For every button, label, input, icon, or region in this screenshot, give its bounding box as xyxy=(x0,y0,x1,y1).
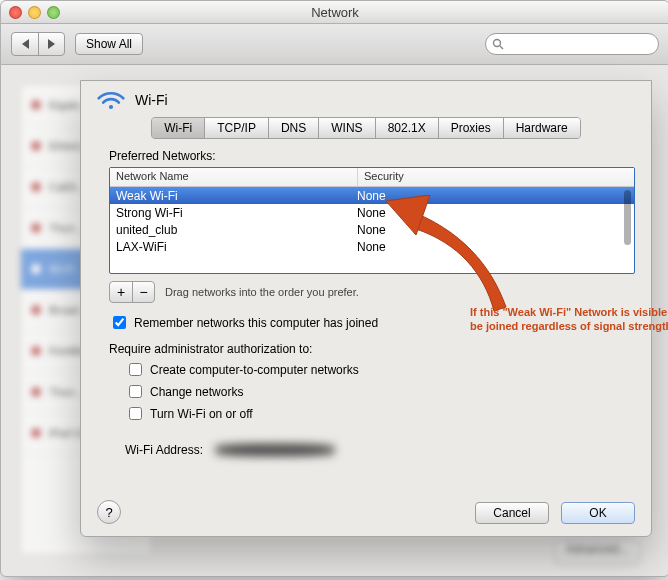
search-icon xyxy=(492,38,504,50)
wifi-icon xyxy=(97,89,125,111)
sheet-title: Wi-Fi xyxy=(135,92,168,108)
table-row[interactable]: Weak Wi-FiNone xyxy=(110,187,634,204)
require-auth-label: Require administrator authorization to: xyxy=(109,342,635,356)
advanced-button: Advanced... xyxy=(555,541,640,565)
svg-point-2 xyxy=(109,105,113,109)
nav-back-forward xyxy=(11,32,65,56)
table-body[interactable]: Weak Wi-FiNoneStrong Wi-FiNoneunited_clu… xyxy=(110,187,634,272)
add-network-button[interactable]: + xyxy=(110,282,132,302)
column-security[interactable]: Security xyxy=(358,168,634,186)
preferred-networks-table[interactable]: Network Name Security Weak Wi-FiNoneStro… xyxy=(109,167,635,274)
tab-dns[interactable]: DNS xyxy=(268,118,318,138)
cell-network-name: Strong Wi-Fi xyxy=(110,206,351,220)
chevron-left-icon xyxy=(22,39,29,49)
back-button[interactable] xyxy=(12,33,38,55)
cell-network-name: LAX-WiFi xyxy=(110,240,351,254)
require-checkbox-2[interactable] xyxy=(129,407,142,420)
scrollbar-thumb[interactable] xyxy=(624,190,631,245)
remember-networks-label[interactable]: Remember networks this computer has join… xyxy=(134,316,378,330)
search-field[interactable] xyxy=(485,33,659,55)
cell-network-name: Weak Wi-Fi xyxy=(110,189,351,203)
require-label-1[interactable]: Change networks xyxy=(150,385,243,399)
require-checkbox-0[interactable] xyxy=(129,363,142,376)
tab-tcp-ip[interactable]: TCP/IP xyxy=(204,118,268,138)
tab-hardware[interactable]: Hardware xyxy=(503,118,580,138)
wifi-address-value-redacted xyxy=(215,443,335,457)
add-remove-segment: + − xyxy=(109,281,155,303)
table-row[interactable]: LAX-WiFiNone xyxy=(110,238,634,255)
tab-wi-fi[interactable]: Wi-Fi xyxy=(152,118,204,138)
sheet-header: Wi-Fi xyxy=(97,89,635,111)
svg-line-1 xyxy=(500,46,503,49)
cell-security: None xyxy=(351,206,634,220)
tab-802-1x[interactable]: 802.1X xyxy=(375,118,438,138)
wifi-address-label: Wi-Fi Address: xyxy=(125,443,203,457)
cell-security: None xyxy=(351,240,634,254)
cell-network-name: united_club xyxy=(110,223,351,237)
show-all-button[interactable]: Show All xyxy=(75,33,143,55)
cell-security: None xyxy=(351,189,634,203)
table-row[interactable]: united_clubNone xyxy=(110,221,634,238)
require-label-2[interactable]: Turn Wi-Fi on or off xyxy=(150,407,253,421)
help-button[interactable]: ? xyxy=(97,500,121,524)
window-title: Network xyxy=(1,5,668,20)
column-network-name[interactable]: Network Name xyxy=(110,168,358,186)
require-checkbox-1[interactable] xyxy=(129,385,142,398)
tab-wins[interactable]: WINS xyxy=(318,118,374,138)
wifi-advanced-sheet: Wi-Fi Wi-FiTCP/IPDNSWINS802.1XProxiesHar… xyxy=(80,80,652,537)
require-label-0[interactable]: Create computer-to-computer networks xyxy=(150,363,359,377)
table-header: Network Name Security xyxy=(110,168,634,187)
remember-networks-checkbox[interactable] xyxy=(113,316,126,329)
window-titlebar: Network xyxy=(1,1,668,24)
forward-button[interactable] xyxy=(38,33,64,55)
toolbar: Show All xyxy=(1,24,668,65)
remove-network-button[interactable]: − xyxy=(132,282,154,302)
table-row[interactable]: Strong Wi-FiNone xyxy=(110,204,634,221)
drag-hint: Drag networks into the order you prefer. xyxy=(165,286,359,298)
tab-bar: Wi-FiTCP/IPDNSWINS802.1XProxiesHardware xyxy=(151,117,580,139)
cancel-button[interactable]: Cancel xyxy=(475,502,549,524)
chevron-right-icon xyxy=(48,39,55,49)
help-icon: ? xyxy=(105,505,112,520)
ok-button[interactable]: OK xyxy=(561,502,635,524)
search-input[interactable] xyxy=(504,36,652,52)
preferred-networks-label: Preferred Networks: xyxy=(109,149,635,163)
svg-point-0 xyxy=(494,40,501,47)
tab-proxies[interactable]: Proxies xyxy=(438,118,503,138)
cell-security: None xyxy=(351,223,634,237)
